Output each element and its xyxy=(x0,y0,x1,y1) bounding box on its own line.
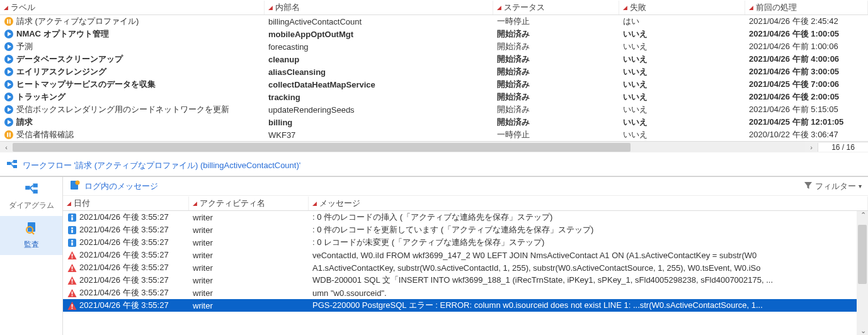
tab-audit[interactable]: 監査 xyxy=(0,216,62,255)
cell-internal: billingActiveContactCount xyxy=(265,17,493,26)
sort-icon: ◢ xyxy=(497,4,501,11)
sort-icon: ◢ xyxy=(312,200,317,207)
cell-date: 2021/04/26 午後 3:55:27 xyxy=(63,300,189,311)
diagram-icon xyxy=(25,182,38,200)
scroll-down-button[interactable]: ⌄ xyxy=(857,327,868,335)
log-row[interactable]: 2021/04/26 午後 3:55:27writerA1.sActiveCon… xyxy=(63,261,868,274)
table-row[interactable]: 予測forecasting開始済みいいえ2021/04/26 午前 1:00:0… xyxy=(0,40,868,53)
log-row[interactable]: 2021/04/26 午後 3:55:27writer: 0 レコードが未変更 … xyxy=(63,236,868,249)
table-header-row: ◢ラベル ◢内部名 ◢ステータス ◢失敗 ◢前回の処理 xyxy=(0,0,868,15)
log-row[interactable]: 2021/04/26 午後 3:55:27writer: 0 件のレコードを更新… xyxy=(63,224,868,236)
table-row[interactable]: トラッキングtracking開始済みいいえ2021/04/26 午後 2:00:… xyxy=(0,91,868,103)
warning-icon xyxy=(67,275,77,285)
col-header-internal[interactable]: ◢内部名 xyxy=(265,1,493,14)
cell-status: 一時停止 xyxy=(493,129,619,140)
scroll-thumb[interactable] xyxy=(858,225,867,284)
cell-fail: いいえ xyxy=(619,28,745,40)
cell-message: PGS-220000 PostgreSQL エラー : ERROR: colum… xyxy=(309,300,868,311)
cell-last: 2021/04/26 午後 2:00:05 xyxy=(745,91,868,103)
table-row[interactable]: 受信者情報確認WKF37一時停止いいえ2020/10/22 午後 3:06:47 xyxy=(0,128,868,141)
cell-fail: いいえ xyxy=(619,41,745,52)
cell-label: 予測 xyxy=(0,41,265,52)
cell-activity: writer xyxy=(189,251,309,260)
vertical-scrollbar[interactable]: ⌃ ⌄ xyxy=(857,211,868,335)
cell-message: veContactId, W0.iId FROM wkf3699_147_2 W… xyxy=(309,251,868,260)
table-row[interactable]: NMAC オプトアウト管理mobileAppOptOutMgt開始済みいいえ20… xyxy=(0,28,868,40)
horizontal-scrollbar[interactable]: ‹ › 16 / 16 xyxy=(0,141,868,152)
table-row[interactable]: エイリアスクレンジングaliasCleansing開始済みいいえ2021/04/… xyxy=(0,65,868,78)
warning-icon xyxy=(67,288,77,298)
cell-last: 2021/04/26 午後 2:45:42 xyxy=(745,16,868,27)
cell-activity: writer xyxy=(189,225,309,235)
cell-fail: いいえ xyxy=(619,91,745,103)
log-col-activity[interactable]: ◢アクティビティ名 xyxy=(189,196,309,210)
scroll-up-button[interactable]: ⌃ xyxy=(857,211,868,219)
log-col-message[interactable]: ◢メッセージ xyxy=(309,196,868,210)
log-area: ログ内のメッセージ フィルター ▾ ◢日付 ◢アクティビティ名 ◢メッセージ 2… xyxy=(63,177,868,335)
cell-internal: updateRenderingSeeds xyxy=(265,105,493,115)
cell-label: NMAC オプトアウト管理 xyxy=(0,28,265,40)
table-row[interactable]: 請求billing開始済みいいえ2021/04/25 午前 12:01:05 xyxy=(0,116,868,128)
cell-message: : 0 レコードが未変更 (「アクティブな連絡先を保存」ステップ) xyxy=(309,237,868,248)
log-row[interactable]: 2021/04/26 午後 3:55:27writerWDB-200001 SQ… xyxy=(63,274,868,287)
pause-icon xyxy=(4,16,14,26)
workflow-table: ◢ラベル ◢内部名 ◢ステータス ◢失敗 ◢前回の処理 請求 (アクティブなプロ… xyxy=(0,0,868,152)
sort-icon: ◢ xyxy=(268,4,273,11)
info-icon xyxy=(67,237,77,247)
log-row[interactable]: 2021/04/26 午後 3:55:27writerPGS-220000 Po… xyxy=(63,299,868,312)
play-icon xyxy=(4,54,14,64)
cell-label: データベースクリーンアップ xyxy=(0,54,265,65)
log-header-row: ◢日付 ◢アクティビティ名 ◢メッセージ xyxy=(63,196,868,211)
col-header-status[interactable]: ◢ステータス xyxy=(493,1,619,14)
cell-message: umn "w0.ssourceid". xyxy=(309,288,868,298)
cell-date: 2021/04/26 午後 3:55:27 xyxy=(63,237,189,248)
table-row[interactable]: ヒートマップサービスのデータを収集collectDataHeatMapServi… xyxy=(0,78,868,91)
cell-label: 請求 xyxy=(0,116,265,128)
cell-status: 開始済み xyxy=(493,41,619,52)
col-header-fail[interactable]: ◢失敗 xyxy=(619,1,745,14)
scroll-track[interactable] xyxy=(13,142,805,153)
cell-internal: WKF37 xyxy=(265,130,493,140)
cell-message: WDB-200001 SQL 文「INSERT INTO wkf3699_188… xyxy=(309,275,868,286)
cell-fail: いいえ xyxy=(619,66,745,77)
scroll-thumb[interactable] xyxy=(13,143,631,152)
info-icon xyxy=(67,212,77,222)
cell-status: 開始済み xyxy=(493,79,619,90)
scroll-right-button[interactable]: › xyxy=(805,144,818,151)
play-icon xyxy=(4,67,14,77)
pause-icon xyxy=(4,130,14,140)
cell-status: 開始済み xyxy=(493,54,619,65)
chevron-down-icon: ▾ xyxy=(859,183,862,190)
cell-activity: writer xyxy=(189,288,309,298)
scroll-left-button[interactable]: ‹ xyxy=(0,144,13,151)
warning-icon xyxy=(67,300,77,310)
table-body: 請求 (アクティブなプロファイル)billingActiveContactCou… xyxy=(0,15,868,141)
cell-status: 一時停止 xyxy=(493,16,619,27)
detail-sidebar: ダイアグラム 監査 xyxy=(0,177,63,335)
cell-last: 2021/04/26 午後 1:00:05 xyxy=(745,28,868,40)
filter-button[interactable]: フィルター ▾ xyxy=(804,181,862,192)
log-row[interactable]: 2021/04/26 午後 3:55:27writerumn "w0.ssour… xyxy=(63,287,868,299)
tab-diagram[interactable]: ダイアグラム xyxy=(0,177,62,216)
log-messages-button[interactable]: ログ内のメッセージ xyxy=(69,179,158,193)
table-row[interactable]: 請求 (アクティブなプロファイル)billingActiveContactCou… xyxy=(0,15,868,28)
log-toolbar: ログ内のメッセージ フィルター ▾ xyxy=(63,177,868,196)
cell-status: 開始済み xyxy=(493,104,619,115)
cell-last: 2021/04/26 午前 1:00:06 xyxy=(745,41,868,52)
table-row[interactable]: データベースクリーンアップcleanup開始済みいいえ2021/04/26 午前… xyxy=(0,53,868,65)
breadcrumb-text: ワークフロー '請求 (アクティブなプロファイル) (billingActive… xyxy=(23,160,300,171)
cell-date: 2021/04/26 午後 3:55:27 xyxy=(63,275,189,286)
log-col-date[interactable]: ◢日付 xyxy=(63,196,189,210)
cell-last: 2021/04/25 午前 12:01:05 xyxy=(745,116,868,128)
col-header-last[interactable]: ◢前回の処理 xyxy=(745,1,868,14)
log-row[interactable]: 2021/04/26 午後 3:55:27writer: 0 件のレコードの挿入… xyxy=(63,211,868,224)
cell-internal: mobileAppOptOutMgt xyxy=(265,30,493,39)
col-header-label[interactable]: ◢ラベル xyxy=(0,1,265,14)
table-row[interactable]: 受信ボックスレンダリング用のシードネットワークを更新updateRenderin… xyxy=(0,103,868,116)
cell-date: 2021/04/26 午後 3:55:27 xyxy=(63,287,189,298)
warning-icon xyxy=(67,250,77,260)
cell-internal: cleanup xyxy=(265,55,493,64)
cell-status: 開始済み xyxy=(493,66,619,77)
log-row[interactable]: 2021/04/26 午後 3:55:27writerveContactId, … xyxy=(63,249,868,261)
cell-fail: いいえ xyxy=(619,104,745,115)
